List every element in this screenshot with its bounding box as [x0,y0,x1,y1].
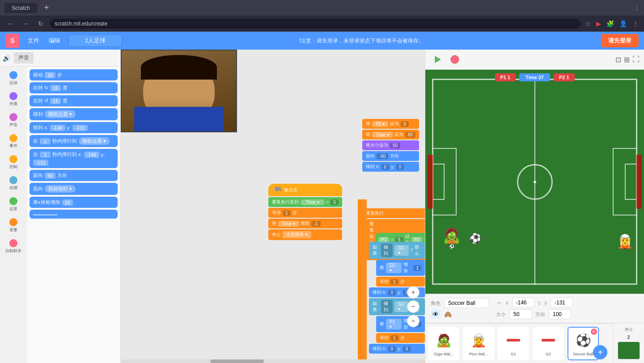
sprite-g1[interactable]: G1 [498,327,529,360]
cat-variables[interactable]: 变量 [1,215,26,236]
cat-motion[interactable]: 运动 [1,68,26,89]
project-name-tab[interactable]: 2人足球 [68,34,122,47]
block-goto-xy-reset2[interactable]: 移到 x: 0 y: 0 [369,344,425,354]
cat-sensing[interactable]: 侦测 [1,173,26,194]
vis-hide-btn[interactable]: 🙈 [442,310,453,319]
h-scrollbar[interactable] [121,359,425,363]
star-icon[interactable]: ☆ [585,20,591,27]
browser-controls: ⋮ [634,5,640,11]
profile-icon[interactable]: 👤 [619,20,627,27]
browser-tab[interactable]: Scratch [4,3,37,13]
size-input[interactable] [509,309,532,319]
block-goto-xy[interactable]: 移到 x: -146 y: -131 [30,122,118,133]
zoom-controls: + − = [407,286,419,327]
block-wait-1[interactable]: 等待 1 步 [376,277,425,287]
stop-btn[interactable] [448,52,462,67]
sprite-pico[interactable]: 🧝 Pico Wal... [463,327,494,360]
browser-menu-icon[interactable]: ⋮ [634,5,640,11]
block-placeholder[interactable]: ▬▬▬▬▬▬ [30,210,118,219]
sprite-g2[interactable]: G2 [533,327,564,360]
y-coord-input[interactable] [551,298,573,308]
sprite-giga[interactable]: 🧟 Giga Wal... [428,327,459,360]
ball-thumb: ⚽ [573,330,593,350]
block-wait-1b[interactable]: 等待 1 步 [376,333,425,343]
stage-normal-btn[interactable]: ⊞ [624,55,630,64]
tab-sound[interactable]: 声音 [14,52,34,63]
cat-events[interactable]: 事件 [1,131,26,152]
stage-ball: ⚽ [469,233,481,245]
block-move[interactable]: 移动 10 步 [30,69,118,80]
block-set-time[interactable]: 将 Time ▾ 增加 -1 [268,219,342,228]
vis-show-btn[interactable]: 👁 [431,310,441,319]
pico-thumb: 🧝 [469,330,488,350]
back-btn[interactable]: ← [5,19,16,28]
direction-input[interactable] [549,309,571,319]
cat-myblocks[interactable]: 自制积木 [1,236,26,257]
giga-thumb: 🧟 [434,330,453,350]
svg-point-1 [451,55,459,63]
score-time: Time 37 [519,73,550,81]
block-glide-xy[interactable]: 在 1 秒内滑行到 x: -146 y: -131 [30,149,118,168]
block-if-g1[interactable]: 如果 碰到 G1 ▾ ? 那么 [369,242,425,259]
block-set-time-60[interactable]: 将 Time ▾ 设为 60 [362,130,419,139]
block-change-x[interactable]: 将x坐标增加 10 [30,197,118,208]
webcam-overlay [121,50,237,132]
zoom-out-btn[interactable]: − [407,300,419,313]
login-btn[interactable]: 请先登录 [601,34,639,47]
block-wait-until[interactable]: 重复执行直到 Time ▾ = 0 [268,197,342,207]
hat-block-flag[interactable]: 🏁 被点击 [268,184,342,196]
score-bar: P1 1 Time 37 P2 1 [495,73,574,81]
address-input[interactable] [50,19,580,29]
block-face-mouse[interactable]: 面向 鼠标指针 ▾ [30,183,118,195]
sprite-list-container: 🧟 Giga Wal... 🧝 Pico Wal... G1 [425,323,644,363]
block-face-dir-90[interactable]: 面向 -90 方向 [362,151,419,161]
menu-file[interactable]: 文件 [24,35,43,46]
block-turn-right[interactable]: 右转 ↻ 15 度 [30,82,118,93]
g1-thumb [504,330,523,350]
scratch-header: S 文件 编辑 2人足球 !注意：请先登录，未登录状态下项目将不会被保存。 请先… [0,32,644,50]
block-set-p2[interactable]: 将 P2 ▾ 设为 0 [362,119,419,129]
add-sprite-btn[interactable]: + [593,345,607,359]
address-bar: ← → ↻ ☆ ▶ 🧩 👤 ⋮ [0,16,644,32]
x-coord-input[interactable] [512,298,534,308]
block-wait[interactable]: 等待 1 步 [268,208,342,218]
refresh-btn[interactable]: ↻ [36,19,46,28]
backdrop-area: 舞台 2 [613,323,644,363]
soccer-field: P1 1 Time 37 P2 1 🧟 ⚽ 🧝 ⚽ [425,70,644,294]
stage-full-btn[interactable]: ⛶ [632,55,640,63]
stage-mini-thumb[interactable] [618,342,640,359]
cat-sound[interactable]: 声音 [1,110,26,131]
play-btn[interactable] [430,52,444,67]
block-glide-random[interactable]: 在 1 秒内滑行到 随机位置 ▾ [30,135,118,147]
scratch-logo: S [5,34,20,48]
stage-pico-char: 🧝 [617,233,633,249]
sprite-delete-btn[interactable]: ✕ [591,329,597,335]
zoom-in-btn[interactable]: + [407,286,419,299]
block-turn-left[interactable]: 左转 ↺ 15 度 [30,95,118,106]
block-stop[interactable]: 停止 全部脚本 ▾ [268,229,342,240]
backdrop-label: 舞台 [625,327,633,333]
block-set-size[interactable]: 将大小设为 50 [362,140,419,150]
menu-icon[interactable]: ⋮ [632,20,639,27]
block-forever[interactable]: 重复执行 [362,208,425,218]
menu-edit[interactable]: 编辑 [45,35,64,46]
g1-label: G1 [511,352,516,356]
header-notice: !注意：请先登录，未登录状态下项目将不会被保存。 [127,37,597,45]
stage-small-btn[interactable]: ⊡ [615,55,621,64]
block-goto-xy-0[interactable]: 移到 x: 0 y: 0 [362,162,419,172]
browser-bar: Scratch + ⋮ [0,0,644,16]
cat-looks[interactable]: 外观 [1,89,26,110]
cat-control[interactable]: 控制 [1,152,26,173]
extension-icon[interactable]: 🧩 [606,20,614,27]
block-random-pos[interactable]: 移到 随机位置 ▾ [30,108,118,120]
screencast-icon[interactable]: ▶ [596,20,601,27]
block-change-d2[interactable]: 将 D2 ▾ 增加 1 [376,260,425,276]
cat-operators[interactable]: 运算 [1,194,26,215]
sprite-count: 2 [627,334,630,340]
zoom-fit-btn[interactable]: = [407,315,419,327]
sprite-name-input[interactable] [444,298,489,308]
forward-btn[interactable]: → [21,19,31,28]
block-face-dir[interactable]: 面向 90 方向 [30,170,118,181]
add-tab-btn[interactable]: + [41,3,53,13]
code-area[interactable]: 🏁 被点击 重复执行直到 Time ▾ = 0 等待 1 步 将 Time ▾ [121,50,425,363]
